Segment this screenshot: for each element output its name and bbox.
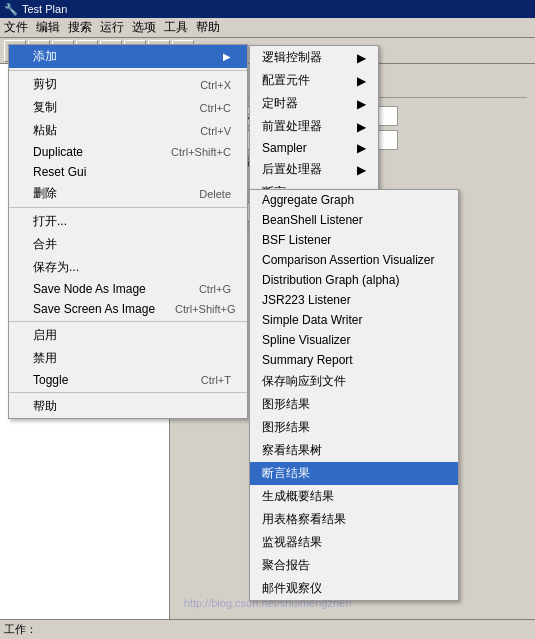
menu-item-save-as[interactable]: 保存为... — [9, 256, 247, 279]
submenu-item-config-arrow: ▶ — [357, 74, 366, 88]
submenu-item-spline-label: Spline Visualizer — [262, 333, 351, 347]
submenu-item-logic[interactable]: 逻辑控制器 ▶ — [250, 46, 378, 69]
submenu-item-assertion-result[interactable]: 断言结果 — [250, 462, 458, 485]
menu-item-copy[interactable]: 复制 Ctrl+C — [9, 96, 247, 119]
menu-item-delete-label: 删除 — [33, 185, 57, 202]
menu-item-save-node[interactable]: Save Node As Image Ctrl+G — [9, 279, 247, 299]
menu-item-save-node-shortcut: Ctrl+G — [199, 283, 231, 295]
submenu-item-table-view[interactable]: 用表格察看结果 — [250, 508, 458, 531]
menu-item-reset-gui[interactable]: Reset Gui — [9, 162, 247, 182]
submenu-item-aggregate-report-label: 聚合报告 — [262, 557, 310, 574]
submenu-item-beanshell-label: BeanShell Listener — [262, 213, 363, 227]
submenu-listener: Aggregate Graph BeanShell Listener BSF L… — [249, 189, 459, 601]
submenu-item-generate-summary-label: 生成概要结果 — [262, 488, 334, 505]
menu-item-add-arrow: ▶ — [223, 51, 231, 62]
menu-item-save-screen[interactable]: Save Screen As Image Ctrl+Shift+G — [9, 299, 247, 319]
submenu-item-sampler-arrow: ▶ — [357, 141, 366, 155]
menu-item-disable-label: 禁用 — [33, 350, 57, 367]
submenu-item-post-label: 后置处理器 — [262, 161, 322, 178]
menu-item-duplicate[interactable]: Duplicate Ctrl+Shift+C — [9, 142, 247, 162]
submenu-item-mail-observer[interactable]: 邮件观察仪 — [250, 577, 458, 600]
submenu-item-aggregate-report[interactable]: 聚合报告 — [250, 554, 458, 577]
menu-item-cut-shortcut: Ctrl+X — [200, 79, 231, 91]
menu-options[interactable]: 选项 — [132, 19, 156, 36]
menu-item-toggle[interactable]: Toggle Ctrl+T — [9, 370, 247, 390]
title-bar: 🔧 Test Plan — [0, 0, 535, 18]
menu-item-add[interactable]: 添加 ▶ — [9, 45, 247, 68]
menu-tools[interactable]: 工具 — [164, 19, 188, 36]
submenu-item-mail-observer-label: 邮件观察仪 — [262, 580, 322, 597]
submenu-item-graph-result-1-label: 图形结果 — [262, 396, 310, 413]
submenu-item-monitor-result[interactable]: 监视器结果 — [250, 531, 458, 554]
menu-run[interactable]: 运行 — [100, 19, 124, 36]
menu-item-help[interactable]: 帮助 — [9, 395, 247, 418]
submenu-item-jsr223[interactable]: JSR223 Listener — [250, 290, 458, 310]
submenu-item-pre[interactable]: 前置处理器 ▶ — [250, 115, 378, 138]
menu-item-reset-gui-label: Reset Gui — [33, 165, 86, 179]
separator-2 — [9, 207, 247, 208]
menu-item-merge-label: 合并 — [33, 236, 57, 253]
context-menu: 添加 ▶ 剪切 Ctrl+X 复制 Ctrl+C 粘贴 Ctrl+V Dupli… — [8, 44, 248, 419]
submenu-item-graph-result-2-label: 图形结果 — [262, 419, 310, 436]
menu-item-enable[interactable]: 启用 — [9, 324, 247, 347]
submenu-item-distribution[interactable]: Distribution Graph (alpha) — [250, 270, 458, 290]
submenu-item-save-response-label: 保存响应到文件 — [262, 373, 346, 390]
submenu-item-post-arrow: ▶ — [357, 163, 366, 177]
submenu-item-timer-arrow: ▶ — [357, 97, 366, 111]
menu-item-copy-shortcut: Ctrl+C — [200, 102, 231, 114]
submenu-item-save-response[interactable]: 保存响应到文件 — [250, 370, 458, 393]
submenu-item-summary[interactable]: Summary Report — [250, 350, 458, 370]
submenu-item-view-result-tree-label: 察看结果树 — [262, 442, 322, 459]
submenu-item-distribution-label: Distribution Graph (alpha) — [262, 273, 399, 287]
menu-item-duplicate-shortcut: Ctrl+Shift+C — [171, 146, 231, 158]
separator-1 — [9, 70, 247, 71]
submenu-item-table-view-label: 用表格察看结果 — [262, 511, 346, 528]
menu-item-duplicate-label: Duplicate — [33, 145, 83, 159]
submenu-item-aggregate-graph[interactable]: Aggregate Graph — [250, 190, 458, 210]
submenu-item-sampler[interactable]: Sampler ▶ — [250, 138, 378, 158]
submenu-item-graph-result-2[interactable]: 图形结果 — [250, 416, 458, 439]
submenu-item-config[interactable]: 配置元件 ▶ — [250, 69, 378, 92]
menu-item-add-label: 添加 — [33, 48, 57, 65]
menu-item-disable[interactable]: 禁用 — [9, 347, 247, 370]
menu-item-open[interactable]: 打开... — [9, 210, 247, 233]
submenu-item-aggregate-graph-label: Aggregate Graph — [262, 193, 354, 207]
menu-item-cut[interactable]: 剪切 Ctrl+X — [9, 73, 247, 96]
menu-item-copy-label: 复制 — [33, 99, 57, 116]
submenu-item-logic-arrow: ▶ — [357, 51, 366, 65]
submenu-item-spline[interactable]: Spline Visualizer — [250, 330, 458, 350]
submenu-item-post[interactable]: 后置处理器 ▶ — [250, 158, 378, 181]
status-label: 工作： — [4, 622, 37, 637]
menu-edit[interactable]: 编辑 — [36, 19, 60, 36]
submenu-item-beanshell[interactable]: BeanShell Listener — [250, 210, 458, 230]
main-window: 🔧 Test Plan 文件 编辑 搜索 运行 选项 工具 帮助 📄 📂 💾 ✂… — [0, 0, 535, 639]
submenu-item-assertion-result-label: 断言结果 — [262, 465, 310, 482]
separator-4 — [9, 392, 247, 393]
menu-item-paste[interactable]: 粘贴 Ctrl+V — [9, 119, 247, 142]
menu-item-save-node-label: Save Node As Image — [33, 282, 146, 296]
submenu-item-simple[interactable]: Simple Data Writer — [250, 310, 458, 330]
menu-item-delete[interactable]: 删除 Delete — [9, 182, 247, 205]
menu-item-cut-label: 剪切 — [33, 76, 57, 93]
menu-item-save-as-label: 保存为... — [33, 259, 79, 276]
menu-item-save-screen-shortcut: Ctrl+Shift+G — [175, 303, 236, 315]
menu-item-enable-label: 启用 — [33, 327, 57, 344]
menu-item-toggle-label: Toggle — [33, 373, 68, 387]
menu-item-open-label: 打开... — [33, 213, 67, 230]
submenu-item-view-result-tree[interactable]: 察看结果树 — [250, 439, 458, 462]
submenu-item-bsf[interactable]: BSF Listener — [250, 230, 458, 250]
submenu-item-pre-label: 前置处理器 — [262, 118, 322, 135]
submenu-item-comparison[interactable]: Comparison Assertion Visualizer — [250, 250, 458, 270]
menu-item-delete-shortcut: Delete — [199, 188, 231, 200]
menu-item-help-label: 帮助 — [33, 398, 57, 415]
menu-item-merge[interactable]: 合并 — [9, 233, 247, 256]
menu-item-save-screen-label: Save Screen As Image — [33, 302, 155, 316]
menu-file[interactable]: 文件 — [4, 19, 28, 36]
submenu-item-sampler-label: Sampler — [262, 141, 307, 155]
submenu-item-config-label: 配置元件 — [262, 72, 310, 89]
submenu-item-timer[interactable]: 定时器 ▶ — [250, 92, 378, 115]
submenu-item-graph-result-1[interactable]: 图形结果 — [250, 393, 458, 416]
menu-search[interactable]: 搜索 — [68, 19, 92, 36]
submenu-item-generate-summary[interactable]: 生成概要结果 — [250, 485, 458, 508]
menu-help[interactable]: 帮助 — [196, 19, 220, 36]
